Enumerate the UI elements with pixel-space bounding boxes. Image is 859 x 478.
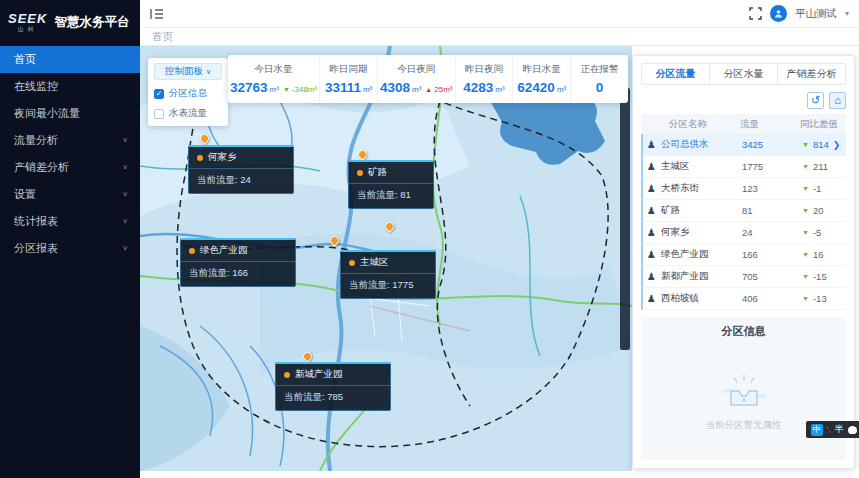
sidebar-item-home[interactable]: 首页 [0, 46, 140, 73]
row-delta: -1 [813, 183, 821, 194]
ime-toolbar[interactable]: 中 ’, 半 [806, 421, 859, 438]
partition-icon: ♟ [647, 227, 656, 238]
row-flow: 166 [738, 249, 798, 260]
empty-state: 当前分区暂无属性 [706, 373, 782, 432]
user-menu-caret-icon[interactable]: ▾ [845, 9, 849, 18]
sidebar-item-night-min-flow[interactable]: 夜间最小流量 [0, 100, 140, 127]
sidebar-item-flow-analysis[interactable]: 流量分析∨ [0, 127, 140, 154]
column-header: 分区名称 [641, 118, 736, 131]
sidebar-item-online-monitor[interactable]: 在线监控 [0, 73, 140, 100]
stat-value: 32763 [230, 80, 268, 95]
avatar[interactable] [770, 5, 787, 22]
map-tooltip: 绿色产业园 当前流量: 166 [180, 238, 296, 287]
row-flow: 1775 [738, 161, 798, 172]
tab-partition-volume[interactable]: 分区水量 [710, 64, 778, 84]
stat-value: 0 [596, 80, 604, 95]
map-canvas[interactable]: 控制面板 ∨ ✓ 分区信息 水表流量 何家乡 当前流量: 24 矿路 当 [140, 46, 632, 471]
partition-icon: ♟ [647, 249, 656, 260]
trend-down-icon: ▼ [802, 207, 809, 214]
chevron-right-icon[interactable]: ❯ [833, 140, 841, 150]
stat-unit: m³ [270, 85, 279, 94]
ime-brand-icon[interactable] [848, 426, 857, 434]
back-button[interactable]: ↺ [807, 92, 824, 109]
stat-delta: -348m³ [292, 85, 317, 94]
sidebar-item-label: 夜间最小流量 [14, 106, 80, 121]
stat-today-volume: 今日水量 32763 m³ ▼ -348m³ [228, 55, 320, 103]
logo-subtext: 山科 [18, 26, 38, 32]
sidebar-item-nrw-analysis[interactable]: 产销差分析∨ [0, 154, 140, 181]
checkbox-checked-icon: ✓ [154, 89, 164, 99]
sidebar-item-label: 设置 [14, 187, 36, 202]
table-header: 分区名称 流量 同比差值 [641, 114, 846, 134]
layer-toggle-meter-flow[interactable]: 水表流量 [154, 107, 222, 120]
map-tooltip: 主城区 当前流量: 1775 [340, 250, 436, 299]
layer-toggle-partition-info[interactable]: ✓ 分区信息 [154, 87, 222, 100]
stat-unit: m³ [363, 85, 372, 94]
sidebar-item-partition-reports[interactable]: 分区报表∨ [0, 235, 140, 262]
table-row[interactable]: ♟绿色产业园 166 ▼16 [641, 244, 846, 266]
row-delta: 211 [813, 161, 828, 172]
table-row[interactable]: ♟主城区 1775 ▼211 [641, 156, 846, 178]
row-flow: 3425 [738, 139, 798, 150]
sidebar-menu: 首页 在线监控 夜间最小流量 流量分析∨ 产销差分析∨ 设置∨ 统计报表∨ 分区… [0, 46, 140, 262]
marker-dot-icon [189, 248, 195, 254]
row-flow: 123 [738, 183, 798, 194]
table-body: ♟公司总供水 3425 ▼814❯ ♟主城区 1775 ▼211 ♟大桥东街 1… [641, 134, 846, 310]
collapse-sidebar-icon[interactable] [150, 8, 164, 20]
trend-up-icon: ▲ [425, 86, 432, 93]
sidebar-item-statistics-reports[interactable]: 统计报表∨ [0, 208, 140, 235]
ime-language-icon[interactable]: 中 [811, 424, 823, 436]
tab-nrw-analysis[interactable]: 产销差分析 [778, 64, 845, 84]
trend-down-icon: ▼ [802, 229, 809, 236]
row-name: 公司总供水 [661, 138, 709, 151]
partition-icon: ♟ [647, 205, 656, 216]
partition-info-section: 分区信息 当前分区暂无属性 [641, 317, 846, 460]
row-delta: -15 [813, 271, 827, 282]
layer-dropdown-label: 控制面板 [165, 65, 203, 78]
stat-value: 4283 [463, 80, 493, 95]
username: 平山测试 [795, 7, 837, 21]
fullscreen-icon[interactable] [749, 7, 762, 20]
home-button[interactable]: ⌂ [829, 92, 846, 109]
table-row[interactable]: ♟公司总供水 3425 ▼814❯ [641, 134, 846, 156]
table-row[interactable]: ♟何家乡 24 ▼-5 [641, 222, 846, 244]
sidebar-item-settings[interactable]: 设置∨ [0, 181, 140, 208]
checkbox-unchecked-icon [154, 109, 164, 119]
ime-halfwidth-icon[interactable]: 半 [835, 423, 844, 436]
row-delta: -5 [813, 227, 821, 238]
panel-toolbar: ↺ ⌂ [641, 92, 846, 109]
partition-icon: ♟ [647, 161, 656, 172]
tooltip-label: 当前流量: [284, 391, 325, 402]
breadcrumb-bar: 首页 [140, 27, 859, 46]
row-name: 何家乡 [661, 226, 690, 239]
trend-down-icon: ▼ [802, 141, 809, 148]
ime-punctuation-icon[interactable]: ’, [827, 426, 831, 433]
tab-partition-flow[interactable]: 分区流量 [642, 64, 710, 84]
stats-card: 今日水量 32763 m³ ▼ -348m³ 昨日同期 33111 m³ 今日夜… [228, 55, 628, 103]
table-row[interactable]: ♟矿路 81 ▼20 [641, 200, 846, 222]
partition-info-title: 分区信息 [722, 324, 766, 339]
breadcrumb[interactable]: 首页 [152, 30, 173, 44]
stat-unit: m³ [495, 85, 504, 94]
row-delta: 20 [813, 205, 824, 216]
table-row[interactable]: ♟新都产业园 705 ▼-15 [641, 266, 846, 288]
stat-yesterday-volume: 昨日水量 62420 m³ [513, 55, 571, 103]
table-row[interactable]: ♟西柏坡镇 406 ▼-13 [641, 288, 846, 310]
map-tooltip: 新城产业园 当前流量: 785 [275, 362, 391, 411]
stat-label: 正在报警 [581, 63, 619, 76]
tooltip-value: 785 [327, 391, 343, 402]
marker-dot-icon [197, 155, 203, 161]
stat-unit: m³ [412, 85, 421, 94]
tooltip-label: 当前流量: [189, 267, 230, 278]
layer-dropdown[interactable]: 控制面板 ∨ [154, 63, 222, 80]
map-tooltip: 矿路 当前流量: 81 [348, 160, 434, 209]
table-row[interactable]: ♟大桥东街 123 ▼-1 [641, 178, 846, 200]
row-name: 绿色产业园 [661, 248, 709, 261]
trend-down-icon: ▼ [802, 295, 809, 302]
sidebar: SEEK 山科 智慧水务平台 首页 在线监控 夜间最小流量 流量分析∨ 产销差分… [0, 0, 140, 478]
empty-box-icon [717, 373, 771, 413]
stat-value: 62420 [517, 80, 555, 95]
logo-text: SEEK [8, 12, 47, 25]
chevron-down-icon: ∨ [122, 137, 128, 144]
empty-state-text: 当前分区暂无属性 [706, 419, 782, 432]
